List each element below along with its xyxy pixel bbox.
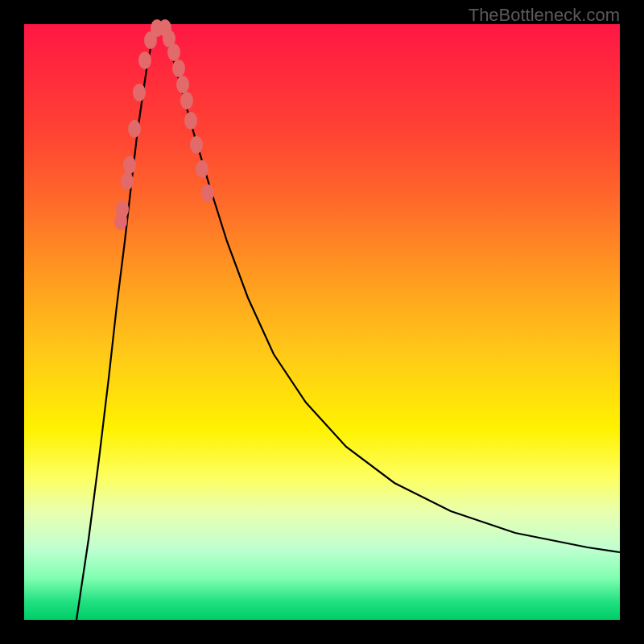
chart-svg xyxy=(24,24,620,620)
data-marker xyxy=(201,184,214,202)
chart-frame: TheBottleneck.com xyxy=(0,0,644,644)
watermark-text: TheBottleneck.com xyxy=(469,5,620,26)
data-marker xyxy=(128,120,141,138)
data-marker xyxy=(133,84,146,101)
data-marker xyxy=(121,172,134,190)
bottleneck-curve xyxy=(76,26,620,620)
data-marker xyxy=(123,156,136,174)
data-marker xyxy=(116,200,129,218)
data-marker xyxy=(180,92,193,109)
data-marker xyxy=(138,52,151,69)
data-marker xyxy=(176,76,189,93)
data-marker xyxy=(172,60,185,77)
data-marker xyxy=(184,112,197,130)
data-marker xyxy=(196,160,208,178)
plot-area xyxy=(24,24,620,620)
data-marker xyxy=(190,136,203,154)
data-marker xyxy=(167,43,180,61)
